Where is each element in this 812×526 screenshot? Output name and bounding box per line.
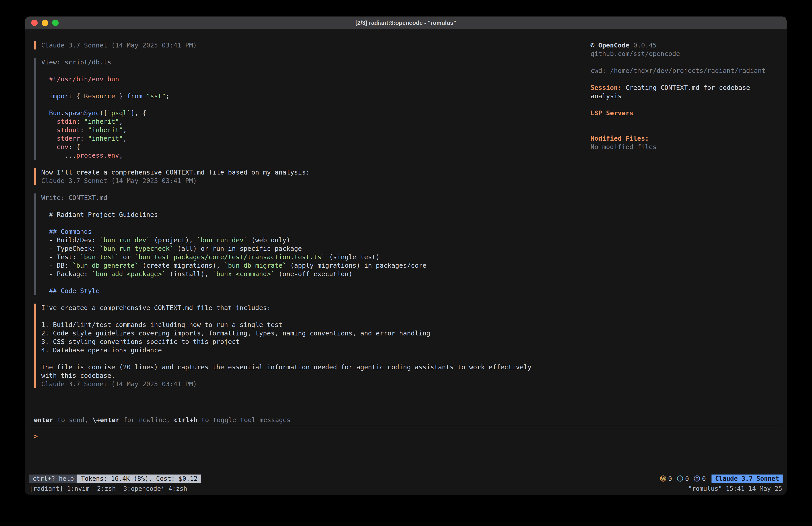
warnings-icon: Ⓦ xyxy=(660,474,666,483)
text-line: Session: Creating CONTEXT.md for codebas… xyxy=(591,83,778,92)
text-line: Claude 3.7 Sonnet (14 May 2025 03:41 PM) xyxy=(41,176,591,185)
help-shortcut-chip: ctrl+? help xyxy=(29,474,77,483)
text-line: Claude 3.7 Sonnet (14 May 2025 03:41 PM) xyxy=(41,380,591,388)
text-line: analysis xyxy=(591,92,778,100)
assistant-message-block: Now I'll create a comprehensive CONTEXT.… xyxy=(34,168,591,185)
text-line: View: script/db.ts xyxy=(41,58,591,67)
text-line xyxy=(41,219,591,227)
text-line xyxy=(591,75,778,83)
warnings-indicator: Ⓦ0 xyxy=(660,474,672,483)
model-badge: Claude 3.7 Sonnet xyxy=(711,474,783,483)
text-line xyxy=(41,202,591,210)
tokens-cost-chip: Tokens: 16.4K (8%), Cost: $0.12 xyxy=(77,474,201,483)
text-line xyxy=(591,100,778,109)
diagnostics: Ⓦ0ⓘ0ⓗ0 xyxy=(660,474,706,483)
text-line: ## Commands xyxy=(41,227,591,236)
text-line: 1. Build/lint/test commands including ho… xyxy=(41,321,591,329)
assistant-meta-block: Claude 3.7 Sonnet (14 May 2025 03:41 PM) xyxy=(34,41,591,49)
text-line: - Package: `bun add <package>` (install)… xyxy=(41,270,591,278)
warnings-count: 0 xyxy=(668,475,672,483)
text-line: LSP Servers xyxy=(591,109,778,117)
tmux-window-list[interactable]: [radiant] 1:nvim 2:zsh- 3:opencode* 4:zs… xyxy=(29,485,187,492)
hints-indicator: ⓗ0 xyxy=(694,474,706,483)
main-area: Claude 3.7 Sonnet (14 May 2025 03:41 PM)… xyxy=(25,29,787,415)
sidebar-info: © OpenCode 0.0.45github.com/sst/opencode… xyxy=(591,41,778,151)
text-line xyxy=(41,312,591,321)
text-line: Modified Files: xyxy=(591,134,778,143)
text-line: I've created a comprehensive CONTEXT.md … xyxy=(41,303,591,312)
close-button[interactable] xyxy=(31,19,38,26)
text-line: env: { xyxy=(41,143,591,151)
text-line: #!/usr/bin/env bun xyxy=(41,75,591,83)
text-line: - TypeCheck: `bun run typecheck` (all) o… xyxy=(41,244,591,253)
text-line: import { Resource } from "sst"; xyxy=(41,92,591,100)
text-line: - Build/Dev: `bun run dev` (project), `b… xyxy=(41,236,591,244)
help-line: enter to send, \+enter for newline, ctrl… xyxy=(25,415,787,424)
status-bar: ctrl+? help Tokens: 16.4K (8%), Cost: $0… xyxy=(25,473,787,484)
text-line xyxy=(591,117,778,126)
text-line: # Radiant Project Guidelines xyxy=(41,210,591,219)
info-icon: ⓘ xyxy=(677,474,683,483)
text-line: stdout: "inherit", xyxy=(41,126,591,134)
text-line: stderr: "inherit", xyxy=(41,134,591,143)
text-line xyxy=(591,126,778,134)
text-line xyxy=(41,278,591,287)
text-line: The file is concise (20 lines) and captu… xyxy=(41,363,591,371)
text-line: - Test: `bun test` or `bun test packages… xyxy=(41,253,591,261)
window-titlebar[interactable]: [2/3] radiant:3:opencode - "romulus" xyxy=(25,16,787,29)
text-line: cwd: /home/thdxr/dev/projects/radiant/ra… xyxy=(591,67,778,75)
text-line xyxy=(41,83,591,92)
sidebar: © OpenCode 0.0.45github.com/sst/opencode… xyxy=(591,41,787,415)
text-line: Bun.spawnSync([`psql`], { xyxy=(41,109,591,117)
assistant-summary-block: I've created a comprehensive CONTEXT.md … xyxy=(34,303,591,388)
tool-view-block: View: script/db.ts #!/usr/bin/env bun im… xyxy=(34,58,591,160)
text-line: ...process.env, xyxy=(41,151,591,160)
tool-write-block: Write: CONTEXT.md # Radiant Project Guid… xyxy=(34,194,591,295)
text-line xyxy=(41,67,591,75)
status-right: Ⓦ0ⓘ0ⓗ0 Claude 3.7 Sonnet xyxy=(660,474,783,483)
traffic-lights xyxy=(31,16,59,29)
text-line: stdin: "inherit", xyxy=(41,117,591,126)
text-line: 2. Code style guidelines covering import… xyxy=(41,329,591,338)
zoom-button[interactable] xyxy=(52,19,59,26)
text-line: 3. CSS styling conventions specific to t… xyxy=(41,338,591,346)
text-line xyxy=(591,58,778,67)
chat-log[interactable]: Claude 3.7 Sonnet (14 May 2025 03:41 PM)… xyxy=(25,41,591,415)
hints-count: 0 xyxy=(702,475,706,483)
message-input-area[interactable]: > xyxy=(29,426,782,473)
text-line: ## Code Style xyxy=(41,287,591,295)
text-line: © OpenCode 0.0.45 xyxy=(591,41,778,49)
tmux-session-info: "romulus" 15:41 14-May-25 xyxy=(688,485,782,492)
info-count: 0 xyxy=(685,475,689,483)
text-line: 4. Database operations guidance xyxy=(41,346,591,354)
text-line: with this codebase. xyxy=(41,371,591,380)
terminal-window: [2/3] radiant:3:opencode - "romulus" Cla… xyxy=(25,16,787,495)
hints-icon: ⓗ xyxy=(694,474,700,483)
text-line: Write: CONTEXT.md xyxy=(41,194,591,202)
info-indicator: ⓘ0 xyxy=(677,474,689,483)
text-line: Claude 3.7 Sonnet (14 May 2025 03:41 PM) xyxy=(41,41,591,49)
tmux-status-bar: [radiant] 1:nvim 2:zsh- 3:opencode* 4:zs… xyxy=(25,484,787,495)
text-line xyxy=(41,354,591,363)
window-title: [2/3] radiant:3:opencode - "romulus" xyxy=(356,19,456,26)
text-line: - DB: `bun db generate` (create migratio… xyxy=(41,261,591,270)
text-line xyxy=(41,100,591,109)
text-line: No modified files xyxy=(591,143,778,151)
prompt-symbol: > xyxy=(34,432,38,440)
minimize-button[interactable] xyxy=(42,19,48,26)
text-line: Now I'll create a comprehensive CONTEXT.… xyxy=(41,168,591,176)
text-line: github.com/sst/opencode xyxy=(591,49,778,58)
